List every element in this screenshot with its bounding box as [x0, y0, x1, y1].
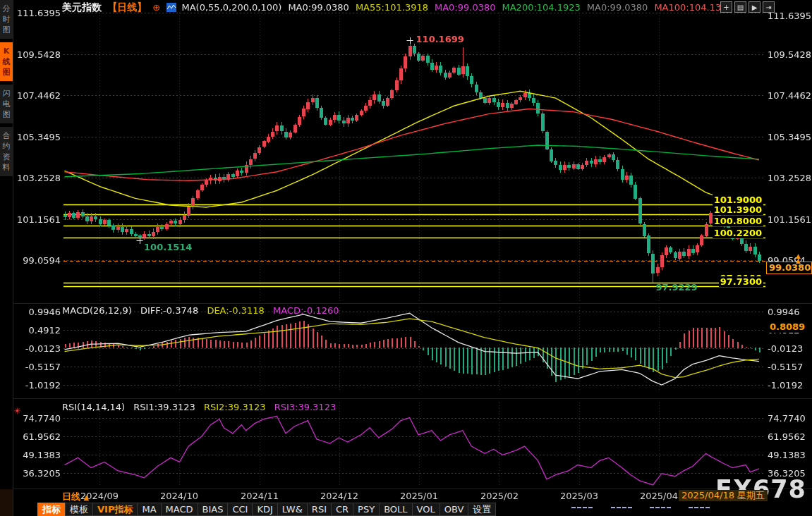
axis-label: 49.1383 — [768, 450, 806, 460]
axis-label: 0.9946 — [17, 307, 61, 317]
chart-window: FX678 分时图K线图闪电图合约资料 美元指数 【日线】 ⊕ MA(0,55,… — [0, 0, 812, 516]
toolbar-button-MA[interactable]: MA — [137, 503, 161, 516]
price-up-arrows-icon[interactable]: ▲▲ — [796, 254, 801, 264]
mini-chart-icon — [166, 3, 176, 14]
axis-label: -1.0192 — [768, 380, 803, 391]
toolbar-corner — [0, 489, 13, 516]
date-label: 2024/10 — [160, 491, 198, 501]
dash-indicator — [611, 507, 632, 508]
current-date-label: 2025/04/18 星期五 — [679, 490, 768, 501]
axis-label: -0.0123 — [768, 343, 803, 354]
date-label: 2025/02 — [480, 491, 519, 501]
rsi1-value: RSI1:39.3123 — [133, 402, 195, 412]
axis-label: -0.0123 — [17, 343, 61, 354]
axis-label: 74.7740 — [17, 413, 61, 424]
macd-title: MACD(26,12,9) — [62, 305, 132, 316]
toolbar-button-LW&[interactable]: LW& — [277, 503, 308, 516]
pan-tool-icon[interactable]: + — [720, 1, 732, 13]
axis-label: -0.5157 — [768, 362, 803, 372]
axis-label: 101.1561 — [17, 214, 61, 225]
axis-label: 107.4462 — [17, 90, 61, 101]
axis-label: 103.2528 — [17, 173, 61, 183]
sidebar: 分时图K线图闪电图合约资料 — [0, 0, 13, 516]
dash-indicator — [689, 507, 710, 508]
period-selector[interactable]: 日线 ▲ — [62, 491, 89, 503]
axis-label: 105.3495 — [768, 132, 811, 142]
axis-label: 36.3205 — [17, 468, 61, 479]
toolbar-button-CCI[interactable]: CCI — [227, 503, 253, 516]
toolbar-button-PSY[interactable]: PSY — [353, 503, 380, 516]
price-annotation: 100.1514 — [144, 242, 192, 252]
price-level-label: 97.7300 — [719, 276, 763, 287]
period-tag: 【日线】 — [107, 1, 147, 13]
date-label: 2025/04 — [640, 491, 678, 501]
macd-dea-value: DEA:-0.3118 — [207, 305, 264, 316]
toolbar-button-模板[interactable]: 模板 — [65, 503, 93, 516]
price-level-label: 101.3900 — [713, 204, 763, 215]
axis-label: 49.1383 — [17, 450, 61, 460]
axis-label: 0.4912 — [17, 325, 61, 336]
chart-canvas[interactable] — [0, 0, 812, 516]
axis-label: 101.1561 — [768, 214, 811, 225]
axis-label: 111.6395 — [17, 8, 61, 18]
axis-label: -1.0192 — [17, 380, 61, 391]
toolbar-button-设置[interactable]: 设置 — [468, 503, 496, 516]
axis-label: 109.5428 — [768, 49, 811, 60]
price-level-label: 100.2200 — [713, 228, 763, 238]
axis-label: 0.9946 — [768, 307, 800, 317]
circle-plus-icon[interactable]: ⊕ — [152, 2, 160, 13]
dash-indicator — [571, 507, 593, 508]
toolbar-button-CR[interactable]: CR — [331, 503, 353, 516]
price-annotation: 110.1699 — [416, 34, 464, 44]
rsi-panel-header: RSI(14,14,14) RSI1:39.3123 RSI2:39.3123 … — [62, 402, 336, 412]
legend-item: MA(0,55,0,200,0,100) — [181, 2, 281, 13]
dash-indicator — [650, 507, 671, 508]
rsi2-value: RSI2:39.3123 — [204, 402, 266, 412]
macd-value: MACD:-0.1260 — [273, 305, 339, 316]
instrument-title: 美元指数 — [62, 1, 102, 13]
page-forward-icon[interactable]: ⇥ — [763, 1, 775, 13]
legend-item: MA55:101.3918 — [356, 2, 428, 13]
legend-item: MA200:104.1923 — [502, 2, 581, 13]
alarm-icon[interactable]: ☀ — [13, 406, 21, 416]
date-axis: 日线 ▲ 2024/092024/102024/112024/122025/01… — [0, 489, 812, 502]
axis-label: 103.2528 — [768, 173, 811, 183]
sidebar-tab-K线图[interactable]: K线图 — [0, 42, 13, 81]
scale-right-icon[interactable]: ▶ — [749, 1, 761, 13]
toolbar-button-RSI[interactable]: RSI — [307, 503, 332, 516]
toolbar-button-KDJ[interactable]: KDJ — [252, 503, 277, 516]
axis-label: 105.3495 — [17, 132, 61, 142]
macd-badge: 0.8089 — [767, 321, 808, 333]
sidebar-tab-闪电图[interactable]: 闪电图 — [0, 85, 13, 123]
sidebar-tab-合约资料[interactable]: 合约资料 — [0, 127, 13, 176]
period-label: 日线 — [62, 491, 80, 502]
macd-diff-value: DIFF:-0.3748 — [140, 305, 198, 316]
date-label: 2025/03 — [560, 491, 598, 501]
rsi3-value: RSI3:39.3123 — [274, 402, 337, 412]
price-level-label: 100.8000 — [713, 216, 763, 226]
macd-panel-header: MACD(26,12,9) DIFF:-0.3748 DEA:-0.3118 M… — [62, 305, 339, 316]
axis-label: 99.0594 — [17, 255, 61, 266]
axis-label: 61.9562 — [17, 431, 61, 442]
price-level-label: 101.9000 — [713, 195, 763, 205]
toolbar-button-OBV[interactable]: OBV — [440, 503, 469, 516]
legend-item: MA0:99.0380 — [435, 2, 496, 13]
toolbar-button-VOL[interactable]: VOL — [412, 503, 440, 516]
axis-label: -0.5157 — [17, 362, 61, 372]
price-annotation: 97.9229 — [655, 282, 697, 293]
axis-label: 107.4462 — [768, 90, 811, 101]
chart-legend: 美元指数 【日线】 ⊕ MA(0,55,0,200,0,100)MA0:99.0… — [62, 1, 739, 14]
toolbar-button-指标[interactable]: 指标 — [37, 503, 66, 516]
sidebar-tab-分时图[interactable]: 分时图 — [0, 0, 13, 39]
date-label: 2025/01 — [400, 491, 438, 501]
toolbar-button-BIAS[interactable]: BIAS — [198, 503, 229, 516]
rsi-title: RSI(14,14,14) — [62, 402, 125, 412]
toolbar-button-BOLL[interactable]: BOLL — [379, 503, 412, 516]
last-price-box: 99.0380 — [766, 262, 812, 274]
legend-item: MA0:99.0380 — [288, 2, 349, 13]
date-label: 2024/12 — [320, 491, 358, 501]
toolbar-button-VIP指标[interactable]: VIP指标 — [92, 503, 138, 516]
legend-item: MA0:99.0380 — [587, 2, 648, 13]
scale-left-icon[interactable]: ▤ — [734, 1, 746, 13]
toolbar-button-MACD[interactable]: MACD — [161, 503, 198, 516]
